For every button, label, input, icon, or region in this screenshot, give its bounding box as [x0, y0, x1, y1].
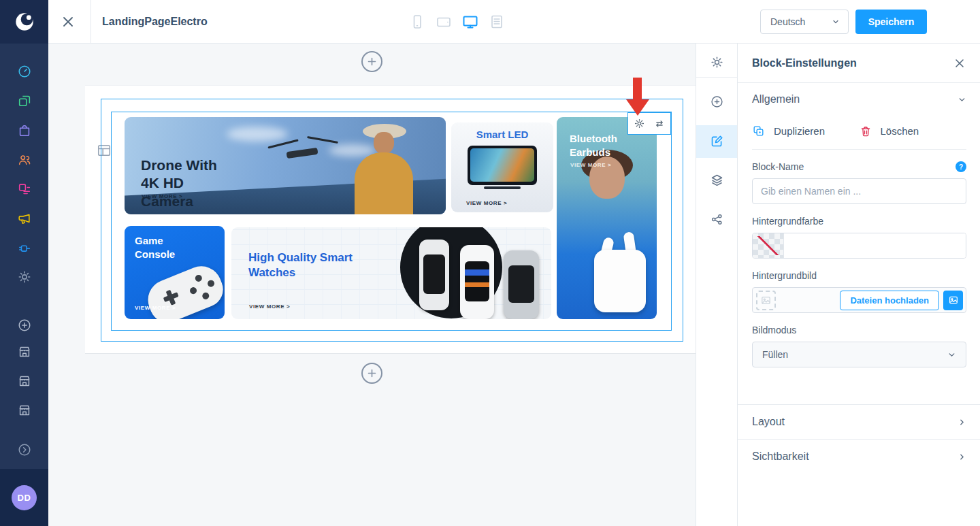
- storefront-icon[interactable]: [0, 374, 48, 389]
- layers-icon[interactable]: [696, 173, 737, 188]
- block-name-label: Block-Name: [752, 161, 804, 172]
- page-settings-gear-icon[interactable]: [696, 55, 737, 70]
- upload-files-button[interactable]: Dateien hochladen: [840, 291, 939, 310]
- banner-title: Bluetooth Earbuds: [570, 132, 638, 159]
- chevron-circle-icon[interactable]: [0, 442, 48, 457]
- trash-icon: [860, 125, 872, 137]
- block-name-group: Block-Name ?: [752, 161, 966, 204]
- bg-color-input[interactable]: [784, 233, 966, 258]
- image-mode-select[interactable]: Füllen: [752, 342, 966, 367]
- editor-tool-rail: [696, 44, 738, 526]
- viewport-switcher: [409, 13, 505, 31]
- section-layout-header[interactable]: Layout: [738, 404, 980, 439]
- drone-person-graphic: [348, 124, 419, 214]
- delete-button[interactable]: Löschen: [860, 125, 967, 137]
- users-icon[interactable]: [0, 152, 48, 167]
- edit-icon[interactable]: [696, 134, 737, 149]
- storefront-icon[interactable]: [0, 403, 48, 418]
- banner-title: Drone With 4K HD Camera: [141, 157, 229, 210]
- language-value: Deutsch: [770, 16, 805, 27]
- duplicate-button[interactable]: Duplizieren: [752, 125, 860, 137]
- image-mode-label: Bildmodus: [752, 325, 796, 335]
- banner-tile-smart-led: Smart LED VIEW MORE >: [451, 122, 553, 212]
- no-color-swatch-icon[interactable]: [753, 233, 784, 258]
- view-more-link: VIEW MORE >: [135, 305, 176, 311]
- open-media-library-button[interactable]: [943, 291, 963, 310]
- megaphone-icon[interactable]: [0, 212, 48, 227]
- banner-title: High Quality Smart Watches: [248, 250, 371, 280]
- category-icon[interactable]: [0, 182, 48, 197]
- page-title: LandingPageElectro: [102, 16, 208, 28]
- bg-color-field: [752, 233, 966, 259]
- copy-squares-icon[interactable]: [0, 93, 48, 108]
- user-strip: DD: [0, 469, 48, 526]
- section-label: Allgemein: [752, 93, 800, 105]
- cms-section: Drone With 4K HD Camera VIEW MORE > Smar…: [85, 85, 696, 354]
- banner-title: Game Console: [135, 234, 186, 261]
- close-icon[interactable]: [953, 56, 966, 70]
- image-mode-group: Bildmodus Füllen: [752, 325, 966, 367]
- duplicate-icon: [752, 125, 765, 137]
- block-name-input[interactable]: [752, 178, 966, 204]
- banner-image-slot[interactable]: Drone With 4K HD Camera VIEW MORE > Smar…: [125, 117, 657, 319]
- red-arrow-annotation: [625, 78, 650, 116]
- view-more-link: VIEW MORE >: [570, 162, 611, 168]
- view-more-link: VIEW MORE >: [249, 303, 290, 310]
- chevron-right-icon: [958, 453, 966, 461]
- duplicate-label: Duplizieren: [774, 125, 825, 137]
- banner-tile-game-console: Game Console VIEW MORE >: [125, 226, 225, 319]
- background-color-group: Hintergrundfarbe: [752, 216, 966, 259]
- page-canvas: Drone With 4K HD Camera VIEW MORE > Smar…: [48, 44, 696, 526]
- background-image-group: Hintergrundbild Dateien hochladen: [752, 270, 966, 313]
- form-viewport-icon[interactable]: [489, 13, 505, 31]
- shopping-bag-icon[interactable]: [0, 123, 48, 138]
- add-block-plus-circle-icon[interactable]: [696, 95, 737, 110]
- storefront-icon[interactable]: [0, 344, 48, 359]
- earbuds-case-graphic: [594, 250, 646, 312]
- block-actions: Duplizieren Löschen: [752, 125, 966, 137]
- image-mode-value: Füllen: [762, 349, 788, 360]
- mobile-viewport-icon[interactable]: [409, 13, 425, 31]
- panel-header: Block-Einstellungen: [738, 44, 980, 83]
- shopware-logo[interactable]: [0, 0, 48, 44]
- watch-graphic: [504, 250, 539, 319]
- view-more-link: VIEW MORE >: [466, 200, 507, 206]
- gauge-icon[interactable]: [0, 64, 48, 79]
- section-label: Sichtbarkeit: [752, 450, 809, 463]
- banner-tile-earbuds: Bluetooth Earbuds VIEW MORE >: [557, 117, 657, 319]
- share-icon[interactable]: [696, 212, 737, 227]
- section-label: Layout: [752, 416, 785, 428]
- plus-circle-icon[interactable]: [0, 318, 48, 333]
- panel-title: Block-Einstellungen: [752, 57, 857, 69]
- avatar[interactable]: DD: [12, 485, 37, 510]
- bg-color-label: Hintergrundfarbe: [752, 216, 823, 227]
- tv-graphic: [468, 146, 537, 185]
- drone-graphic: [287, 148, 318, 159]
- top-header: LandingPageElectro Deutsch Speichern: [48, 0, 980, 44]
- gear-icon[interactable]: [0, 269, 48, 284]
- tablet-viewport-icon[interactable]: [436, 13, 452, 31]
- section-visibility-header[interactable]: Sichtbarkeit: [738, 439, 980, 474]
- add-section-button-top[interactable]: [361, 51, 382, 72]
- chevron-down-icon: [947, 350, 956, 359]
- block-settings-gear-icon[interactable]: [634, 118, 646, 130]
- rail-divider: [696, 77, 738, 78]
- image-placeholder-icon: [756, 291, 776, 310]
- desktop-viewport-icon[interactable]: [462, 13, 478, 31]
- plug-icon[interactable]: [0, 241, 48, 256]
- chevron-right-icon: [958, 418, 966, 427]
- save-button[interactable]: Speichern: [855, 10, 927, 34]
- section-allgemein-header[interactable]: Allgemein: [738, 83, 980, 116]
- banner-title: Smart LED: [451, 129, 553, 140]
- header-divider: [91, 0, 91, 43]
- language-select[interactable]: Deutsch: [760, 10, 849, 34]
- banner-tile-drone: Drone With 4K HD Camera VIEW MORE >: [125, 117, 446, 214]
- watch-graphic: [460, 245, 494, 319]
- watch-graphic: [419, 240, 449, 310]
- swap-block-icon[interactable]: [653, 118, 666, 130]
- divider: [752, 149, 966, 150]
- panel-body: Duplizieren Löschen Block-Name ? Hinterg…: [738, 125, 980, 367]
- close-icon[interactable]: [60, 14, 76, 30]
- help-badge[interactable]: ?: [956, 161, 966, 172]
- add-section-button-bottom[interactable]: [361, 363, 382, 384]
